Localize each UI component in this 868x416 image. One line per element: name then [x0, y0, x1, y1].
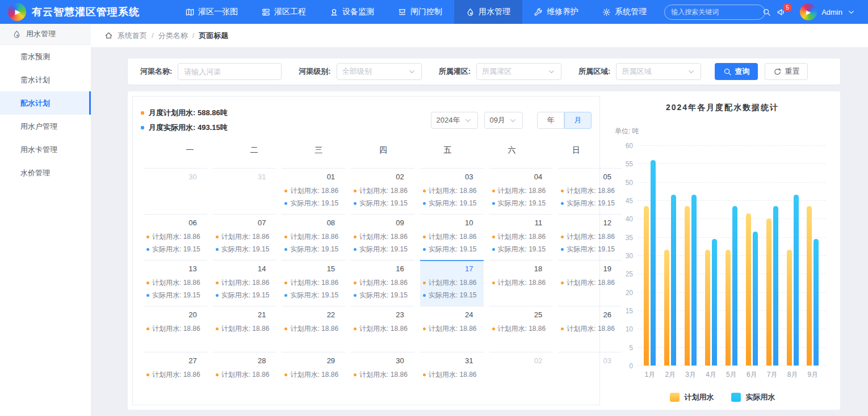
- main-card: 月度计划用水: 588.86吨月度实际用水: 493.15吨 2024年 09月…: [128, 91, 840, 410]
- calendar-day-cell[interactable]: 30计划用水: 18.86: [351, 352, 414, 398]
- calendar-day-cell[interactable]: 31计划用水: 18.86: [420, 352, 484, 398]
- calendar-day-cell[interactable]: 24计划用水: 18.86: [420, 306, 484, 352]
- user-menu[interactable]: ▶ Admin: [800, 3, 856, 20]
- sidebar-item-4[interactable]: 用水卡管理: [0, 138, 91, 161]
- plan-dot: [354, 327, 357, 330]
- global-search-input[interactable]: [671, 8, 759, 16]
- avatar: ▶: [800, 3, 817, 20]
- calendar-day-cell[interactable]: 21计划用水: 18.86: [213, 306, 276, 352]
- actual-dot: [216, 248, 219, 251]
- calendar-day-cell[interactable]: 08计划用水: 18.86实际用水: 19.15: [282, 214, 345, 260]
- calendar-day-cell[interactable]: 30: [144, 168, 207, 214]
- calendar-day-cell[interactable]: 06计划用水: 18.86实际用水: 19.15: [144, 214, 207, 260]
- calendar-day-cell[interactable]: 27计划用水: 18.86: [144, 352, 207, 398]
- device-icon: [330, 8, 338, 16]
- nav-item-map[interactable]: 灌区一张图: [174, 0, 250, 24]
- sidebar-item-2[interactable]: 配水计划: [0, 91, 91, 115]
- actual-dot: [354, 248, 357, 251]
- nav-item-device[interactable]: 设备监测: [318, 0, 386, 24]
- calendar-day-cell[interactable]: 28计划用水: 18.86: [213, 352, 276, 398]
- notification-button[interactable]: 5: [777, 8, 789, 16]
- actual-entry: 实际用水: 19.15: [354, 199, 408, 208]
- calendar-day-cell[interactable]: 18计划用水: 18.86: [489, 260, 553, 306]
- breadcrumb-item[interactable]: 分类名称: [158, 31, 188, 41]
- plan-dot: [423, 373, 426, 376]
- filter-bar: 河渠名称: 河渠级别: 全部级别 所属灌区: 所属灌区 所属区域: 所属区域: [128, 58, 840, 85]
- plan-dot: [492, 281, 495, 284]
- y-axis-tick: 25: [613, 270, 633, 278]
- region-select[interactable]: 所属区域: [616, 63, 701, 80]
- legend-item[interactable]: 计划用水: [670, 392, 714, 402]
- nav-item-water-drop[interactable]: 用水管理: [454, 0, 522, 24]
- reset-button[interactable]: 重置: [765, 63, 808, 80]
- plan-dot: [492, 236, 495, 238]
- month-select[interactable]: 09月: [484, 112, 523, 129]
- mode-year-button[interactable]: 年: [537, 112, 564, 129]
- legend-label: 计划用水: [685, 392, 714, 402]
- nav-item-label: 用水管理: [479, 7, 510, 17]
- plan-entry: 计划用水: 18.86: [492, 324, 546, 334]
- chart-title: 2024年各月度配水数据统计: [605, 103, 840, 113]
- day-number: 17: [423, 264, 477, 273]
- district-select[interactable]: 所属灌区: [476, 63, 561, 80]
- bar-计划用水: [766, 218, 771, 365]
- day-number: 10: [423, 218, 477, 227]
- sidebar-item-0[interactable]: 需水预测: [0, 45, 91, 68]
- channel-level-value: 全部级别: [342, 66, 372, 77]
- calendar-day-cell[interactable]: 02: [489, 352, 553, 398]
- calendar-day-cell[interactable]: 09计划用水: 18.86实际用水: 19.15: [351, 214, 414, 260]
- sidebar-item-3[interactable]: 用水户管理: [0, 115, 91, 138]
- bar-实际用水: [671, 195, 676, 365]
- actual-entry: 实际用水: 19.15: [284, 291, 338, 300]
- plan-dot: [423, 327, 426, 330]
- actual-entry: 实际用水: 19.15: [216, 245, 270, 254]
- mode-month-button[interactable]: 月: [564, 112, 592, 129]
- calendar-day-cell[interactable]: 25计划用水: 18.86: [489, 306, 553, 352]
- year-select[interactable]: 2024年: [431, 112, 478, 129]
- calendar-day-cell[interactable]: 17计划用水: 18.86实际用水: 19.15: [420, 260, 484, 306]
- gridline: 50: [638, 182, 825, 183]
- search-button[interactable]: 查询: [715, 63, 758, 80]
- calendar-day-cell[interactable]: 23计划用水: 18.86: [351, 306, 414, 352]
- nav-item-gear[interactable]: 系统管理: [590, 0, 659, 24]
- home-icon[interactable]: [104, 31, 113, 40]
- channel-level-select[interactable]: 全部级别: [337, 63, 422, 80]
- calendar-day-cell[interactable]: 02计划用水: 18.86实际用水: 19.15: [351, 168, 414, 214]
- calendar-day-cell[interactable]: 31: [213, 168, 276, 214]
- day-number: 04: [492, 173, 546, 181]
- weekday-label: 二: [205, 145, 269, 168]
- breadcrumb-item[interactable]: 系统首页: [118, 31, 147, 41]
- nav-item-wrench[interactable]: 维修养护: [522, 0, 590, 24]
- calendar-day-cell[interactable]: 07计划用水: 18.86实际用水: 19.15: [213, 214, 276, 260]
- calendar-day-cell[interactable]: 11计划用水: 18.86实际用水: 19.15: [489, 214, 553, 260]
- search-icon[interactable]: [762, 8, 771, 16]
- channel-name-input[interactable]: [178, 63, 282, 80]
- calendar-day-cell[interactable]: 04计划用水: 18.86实际用水: 19.15: [489, 168, 553, 214]
- calendar-day-cell[interactable]: 22计划用水: 18.86: [282, 306, 345, 352]
- calendar-day-cell[interactable]: 10计划用水: 18.86实际用水: 19.15: [420, 214, 484, 260]
- calendar-day-cell[interactable]: 16计划用水: 18.86实际用水: 19.15: [351, 260, 414, 306]
- calendar-day-cell[interactable]: 14计划用水: 18.86实际用水: 19.15: [213, 260, 276, 306]
- calendar-day-cell[interactable]: 20计划用水: 18.86: [144, 306, 207, 352]
- legend-item[interactable]: 实际用水: [731, 392, 775, 402]
- x-axis-tick: 8月: [784, 370, 801, 380]
- nav-item-project[interactable]: 灌区工程: [250, 0, 318, 24]
- sidebar-item-1[interactable]: 需水计划: [0, 68, 91, 91]
- plan-dot: [354, 281, 357, 284]
- actual-entry: 实际用水: 19.15: [216, 291, 270, 300]
- actual-entry: 实际用水: 19.15: [146, 291, 200, 300]
- top-navbar: ▶ 有云智慧灌区管理系统 灌区一张图灌区工程设备监测闸门控制用水管理维修养护系统…: [0, 0, 868, 24]
- weekday-label: 日: [527, 145, 592, 168]
- calendar-day-cell[interactable]: 13计划用水: 18.86实际用水: 19.15: [144, 260, 207, 306]
- calendar-day-cell[interactable]: 29计划用水: 18.86: [282, 352, 345, 398]
- nav-item-gate[interactable]: 闸门控制: [386, 0, 454, 24]
- global-search[interactable]: [664, 5, 765, 20]
- summary-dot: [141, 126, 144, 129]
- actual-dot: [284, 294, 287, 297]
- bar-group: [703, 239, 720, 365]
- calendar-day-cell[interactable]: 03计划用水: 18.86实际用水: 19.15: [420, 168, 484, 214]
- sidebar-item-5[interactable]: 水价管理: [0, 161, 91, 184]
- actual-dot: [354, 202, 357, 205]
- calendar-day-cell[interactable]: 15计划用水: 18.86实际用水: 19.15: [282, 260, 345, 306]
- calendar-day-cell[interactable]: 01计划用水: 18.86实际用水: 19.15: [282, 168, 345, 214]
